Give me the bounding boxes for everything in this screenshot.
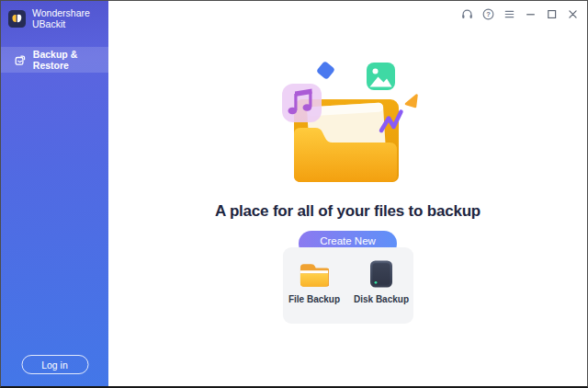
disk-backup-label: Disk Backup: [354, 294, 409, 304]
content: A place for all of your files to backup …: [108, 27, 587, 386]
app-logo-row: Wondershare UBackit: [1, 1, 108, 37]
backup-illustration: [270, 50, 426, 186]
svg-text:?: ?: [486, 10, 491, 18]
support-headset-button[interactable]: [458, 6, 475, 22]
help-icon: ?: [481, 7, 495, 21]
file-backup-label: File Backup: [288, 294, 340, 304]
music-note-icon: [282, 84, 322, 122]
help-button[interactable]: ?: [480, 6, 496, 22]
file-backup-icon-holder: [300, 259, 329, 288]
close-button[interactable]: [564, 6, 581, 22]
file-backup-option[interactable]: File Backup: [289, 259, 339, 324]
backup-options-panel: File Backup: [283, 247, 413, 324]
app-title: Wondershare UBackit: [32, 8, 105, 29]
minimize-icon: [524, 7, 537, 21]
close-icon: [566, 7, 580, 21]
backup-restore-icon: [15, 54, 26, 66]
triangle-icon: [406, 96, 417, 108]
page-title: A place for all of your files to backup: [215, 202, 481, 221]
login-button[interactable]: Log in: [21, 355, 88, 374]
disk-icon: [369, 260, 393, 288]
minimize-button[interactable]: [522, 6, 538, 22]
sidebar: Wondershare UBackit Backup & Restore Log…: [1, 1, 108, 386]
menu-button[interactable]: [501, 6, 517, 22]
cube-icon: [315, 61, 334, 80]
maximize-icon: [545, 7, 559, 21]
titlebar: ?: [108, 1, 587, 27]
menu-icon: [503, 7, 516, 21]
sidebar-item-label: Backup & Restore: [33, 49, 108, 71]
sidebar-item-backup-restore[interactable]: Backup & Restore: [1, 47, 108, 73]
app-window: Wondershare UBackit Backup & Restore Log…: [0, 0, 588, 388]
main-area: ?: [108, 1, 587, 386]
maximize-button[interactable]: [543, 6, 560, 22]
folder-icon: [300, 263, 329, 288]
headset-icon: [460, 7, 474, 21]
disk-backup-icon-holder: [369, 259, 393, 288]
wondershare-logo-icon: [8, 10, 26, 28]
disk-backup-option[interactable]: Disk Backup: [356, 259, 406, 324]
image-icon: [367, 63, 395, 90]
